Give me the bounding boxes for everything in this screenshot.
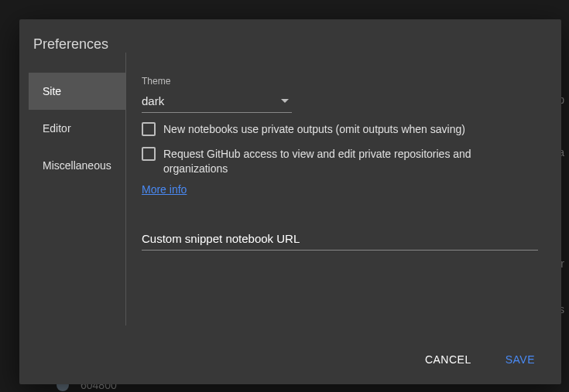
site-panel: Theme dark New notebooks use private out… (142, 53, 561, 338)
sidebar-item-label: Editor (43, 122, 71, 135)
dialog-title: Preferences (19, 19, 561, 53)
sidebar-item-label: Site (43, 85, 61, 97)
checkbox-icon (142, 147, 156, 161)
sidebar-item-miscellaneous[interactable]: Miscellaneous (29, 147, 125, 184)
checkbox-label: Request GitHub access to view and edit p… (163, 147, 538, 177)
checkbox-private-outputs[interactable]: New notebooks use private outputs (omit … (142, 122, 538, 138)
theme-select[interactable]: dark (142, 90, 292, 113)
theme-label: Theme (142, 76, 538, 87)
sidebar-item-editor[interactable]: Editor (29, 110, 125, 147)
more-info-link[interactable]: More info (142, 183, 187, 196)
checkbox-icon (142, 122, 156, 136)
checkbox-github-access[interactable]: Request GitHub access to view and edit p… (142, 147, 538, 177)
dialog-body: Site Editor Miscellaneous Theme dark New… (19, 53, 561, 338)
custom-snippet-url-input[interactable]: Custom snippet notebook URL (142, 227, 538, 251)
save-button[interactable]: SAVE (502, 347, 538, 372)
sidebar-item-label: Miscellaneous (43, 159, 111, 172)
preferences-sidebar: Site Editor Miscellaneous (19, 53, 126, 326)
cancel-button[interactable]: CANCEL (422, 347, 475, 372)
url-placeholder: Custom snippet notebook URL (142, 232, 300, 245)
dropdown-caret-icon (281, 99, 289, 103)
sidebar-item-site[interactable]: Site (29, 73, 125, 110)
dialog-actions: CANCEL SAVE (19, 338, 561, 384)
theme-value: dark (142, 94, 164, 107)
checkbox-label: New notebooks use private outputs (omit … (163, 122, 465, 138)
preferences-dialog: Preferences Site Editor Miscellaneous Th… (19, 19, 561, 384)
